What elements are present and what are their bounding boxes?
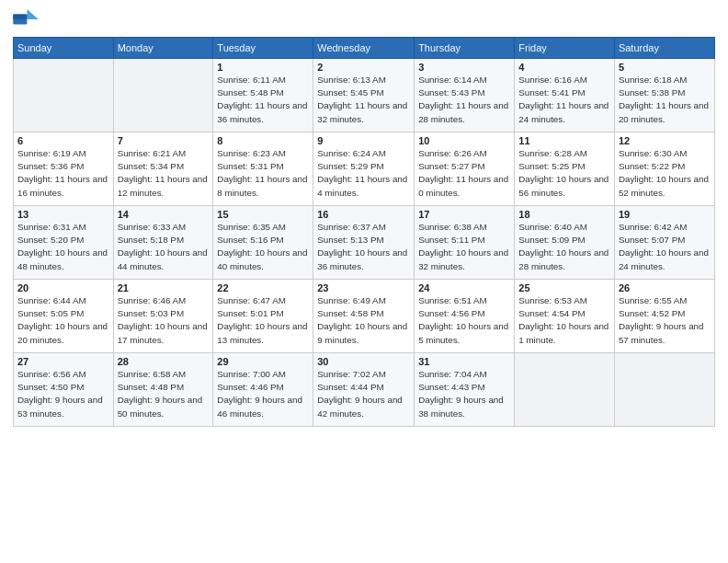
day-info: Sunrise: 6:30 AM Sunset: 5:22 PM Dayligh… <box>619 147 711 200</box>
day-info: Sunrise: 6:16 AM Sunset: 5:41 PM Dayligh… <box>518 74 610 126</box>
weekday-sunday: Sunday <box>14 38 114 59</box>
day-number: 23 <box>317 282 410 293</box>
day-number: 20 <box>17 282 109 293</box>
day-number: 13 <box>17 209 109 220</box>
day-info: Sunrise: 6:18 AM Sunset: 5:38 PM Dayligh… <box>619 74 711 126</box>
day-cell: 31Sunrise: 7:04 AM Sunset: 4:43 PM Dayli… <box>415 353 515 427</box>
day-number: 5 <box>619 62 711 73</box>
logo-icon <box>13 9 39 29</box>
day-cell: 22Sunrise: 6:47 AM Sunset: 5:01 PM Dayli… <box>213 280 313 353</box>
day-cell: 21Sunrise: 6:46 AM Sunset: 5:03 PM Dayli… <box>113 280 213 353</box>
day-number: 18 <box>518 209 610 220</box>
day-number: 12 <box>619 135 711 146</box>
day-number: 26 <box>619 282 711 293</box>
day-cell: 28Sunrise: 6:58 AM Sunset: 4:48 PM Dayli… <box>113 353 213 427</box>
day-info: Sunrise: 7:02 AM Sunset: 4:44 PM Dayligh… <box>317 368 410 420</box>
day-cell: 25Sunrise: 6:53 AM Sunset: 4:54 PM Dayli… <box>515 280 615 353</box>
day-info: Sunrise: 6:35 AM Sunset: 5:16 PM Dayligh… <box>217 221 309 273</box>
week-row-2: 6Sunrise: 6:19 AM Sunset: 5:36 PM Daylig… <box>14 132 715 206</box>
day-info: Sunrise: 6:51 AM Sunset: 4:56 PM Dayligh… <box>418 294 510 347</box>
day-cell: 24Sunrise: 6:51 AM Sunset: 4:56 PM Dayli… <box>415 280 515 353</box>
day-number: 28 <box>118 356 210 367</box>
day-cell <box>113 59 213 132</box>
day-number: 27 <box>17 356 109 367</box>
weekday-saturday: Saturday <box>614 38 714 59</box>
day-cell <box>614 353 714 427</box>
day-info: Sunrise: 6:33 AM Sunset: 5:18 PM Dayligh… <box>118 221 210 273</box>
day-number: 22 <box>217 282 309 293</box>
day-info: Sunrise: 6:47 AM Sunset: 5:01 PM Dayligh… <box>217 294 309 347</box>
day-number: 8 <box>217 135 309 146</box>
day-cell: 16Sunrise: 6:37 AM Sunset: 5:13 PM Dayli… <box>313 206 415 280</box>
day-info: Sunrise: 6:44 AM Sunset: 5:05 PM Dayligh… <box>17 294 109 347</box>
day-info: Sunrise: 6:31 AM Sunset: 5:20 PM Dayligh… <box>17 221 109 273</box>
day-info: Sunrise: 6:42 AM Sunset: 5:07 PM Dayligh… <box>619 221 711 273</box>
day-cell: 15Sunrise: 6:35 AM Sunset: 5:16 PM Dayli… <box>213 206 313 280</box>
day-cell: 18Sunrise: 6:40 AM Sunset: 5:09 PM Dayli… <box>515 206 615 280</box>
day-info: Sunrise: 6:19 AM Sunset: 5:36 PM Dayligh… <box>17 147 109 200</box>
day-cell: 3Sunrise: 6:14 AM Sunset: 5:43 PM Daylig… <box>415 59 515 132</box>
day-cell: 9Sunrise: 6:24 AM Sunset: 5:29 PM Daylig… <box>313 132 415 206</box>
day-info: Sunrise: 6:14 AM Sunset: 5:43 PM Dayligh… <box>418 74 510 126</box>
day-number: 24 <box>418 282 510 293</box>
day-cell: 1Sunrise: 6:11 AM Sunset: 5:48 PM Daylig… <box>213 59 313 132</box>
day-number: 21 <box>118 282 210 293</box>
day-number: 1 <box>217 62 309 73</box>
day-info: Sunrise: 6:11 AM Sunset: 5:48 PM Dayligh… <box>217 74 309 126</box>
day-info: Sunrise: 6:49 AM Sunset: 4:58 PM Dayligh… <box>317 294 410 347</box>
day-info: Sunrise: 6:40 AM Sunset: 5:09 PM Dayligh… <box>518 221 610 273</box>
day-number: 9 <box>317 135 410 146</box>
day-number: 3 <box>418 62 510 73</box>
header <box>13 9 715 29</box>
weekday-header-row: SundayMondayTuesdayWednesdayThursdayFrid… <box>14 38 715 59</box>
day-cell: 30Sunrise: 7:02 AM Sunset: 4:44 PM Dayli… <box>313 353 415 427</box>
day-number: 19 <box>619 209 711 220</box>
day-info: Sunrise: 6:21 AM Sunset: 5:34 PM Dayligh… <box>118 147 210 200</box>
day-cell: 6Sunrise: 6:19 AM Sunset: 5:36 PM Daylig… <box>14 132 114 206</box>
day-cell: 12Sunrise: 6:30 AM Sunset: 5:22 PM Dayli… <box>614 132 714 206</box>
day-number: 29 <box>217 356 309 367</box>
week-row-5: 27Sunrise: 6:56 AM Sunset: 4:50 PM Dayli… <box>14 353 715 427</box>
day-cell: 27Sunrise: 6:56 AM Sunset: 4:50 PM Dayli… <box>14 353 114 427</box>
week-row-1: 1Sunrise: 6:11 AM Sunset: 5:48 PM Daylig… <box>14 59 715 132</box>
day-cell: 11Sunrise: 6:28 AM Sunset: 5:25 PM Dayli… <box>515 132 615 206</box>
calendar-container: SundayMondayTuesdayWednesdayThursdayFrid… <box>0 0 728 563</box>
weekday-monday: Monday <box>113 38 213 59</box>
day-number: 6 <box>17 135 109 146</box>
day-info: Sunrise: 6:23 AM Sunset: 5:31 PM Dayligh… <box>217 147 309 200</box>
day-number: 15 <box>217 209 309 220</box>
day-cell: 23Sunrise: 6:49 AM Sunset: 4:58 PM Dayli… <box>313 280 415 353</box>
logo <box>13 9 42 29</box>
day-cell: 29Sunrise: 7:00 AM Sunset: 4:46 PM Dayli… <box>213 353 313 427</box>
day-info: Sunrise: 6:53 AM Sunset: 4:54 PM Dayligh… <box>518 294 610 347</box>
day-cell: 13Sunrise: 6:31 AM Sunset: 5:20 PM Dayli… <box>14 206 114 280</box>
day-number: 14 <box>118 209 210 220</box>
day-cell: 2Sunrise: 6:13 AM Sunset: 5:45 PM Daylig… <box>313 59 415 132</box>
day-cell: 20Sunrise: 6:44 AM Sunset: 5:05 PM Dayli… <box>14 280 114 353</box>
week-row-4: 20Sunrise: 6:44 AM Sunset: 5:05 PM Dayli… <box>14 280 715 353</box>
day-number: 10 <box>418 135 510 146</box>
day-number: 4 <box>518 62 610 73</box>
day-cell: 17Sunrise: 6:38 AM Sunset: 5:11 PM Dayli… <box>415 206 515 280</box>
day-info: Sunrise: 6:38 AM Sunset: 5:11 PM Dayligh… <box>418 221 510 273</box>
calendar-table: SundayMondayTuesdayWednesdayThursdayFrid… <box>13 37 715 427</box>
day-info: Sunrise: 6:58 AM Sunset: 4:48 PM Dayligh… <box>118 368 210 420</box>
day-info: Sunrise: 7:04 AM Sunset: 4:43 PM Dayligh… <box>418 368 510 420</box>
weekday-thursday: Thursday <box>415 38 515 59</box>
day-number: 2 <box>317 62 410 73</box>
day-number: 7 <box>118 135 210 146</box>
day-info: Sunrise: 6:26 AM Sunset: 5:27 PM Dayligh… <box>418 147 510 200</box>
day-cell: 7Sunrise: 6:21 AM Sunset: 5:34 PM Daylig… <box>113 132 213 206</box>
day-cell: 19Sunrise: 6:42 AM Sunset: 5:07 PM Dayli… <box>614 206 714 280</box>
day-cell: 4Sunrise: 6:16 AM Sunset: 5:41 PM Daylig… <box>515 59 615 132</box>
day-cell: 10Sunrise: 6:26 AM Sunset: 5:27 PM Dayli… <box>415 132 515 206</box>
day-number: 16 <box>317 209 410 220</box>
day-info: Sunrise: 6:13 AM Sunset: 5:45 PM Dayligh… <box>317 74 410 126</box>
day-info: Sunrise: 6:37 AM Sunset: 5:13 PM Dayligh… <box>317 221 410 273</box>
day-number: 17 <box>418 209 510 220</box>
day-cell: 8Sunrise: 6:23 AM Sunset: 5:31 PM Daylig… <box>213 132 313 206</box>
day-cell <box>14 59 114 132</box>
day-cell <box>515 353 615 427</box>
svg-rect-2 <box>13 15 27 20</box>
day-number: 11 <box>518 135 610 146</box>
